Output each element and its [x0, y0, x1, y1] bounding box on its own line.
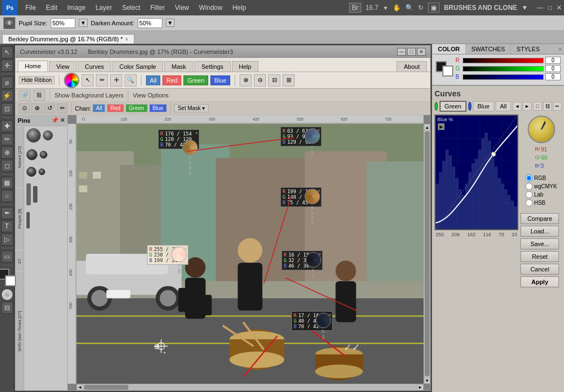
curve-tool-1[interactable]: □ — [533, 102, 542, 111]
crop-tool-button[interactable]: ⊡ — [1, 103, 13, 115]
curve-tool-3[interactable]: ✏ — [553, 102, 562, 111]
cm-tab-mask[interactable]: Mask — [164, 61, 193, 72]
reset-button[interactable]: Reset — [520, 251, 559, 262]
channel-red-button[interactable]: Red — [162, 75, 181, 85]
minimize-button[interactable]: — — [537, 4, 544, 12]
darken-amount-input[interactable] — [138, 18, 162, 28]
scroll-left-arrow[interactable]: ◄ — [77, 384, 83, 390]
document-tab[interactable]: Berkley Drummers.jpg @ 16.7% (RGB/8) * × — [2, 34, 134, 43]
link-sm-button[interactable]: ⊕ — [31, 104, 42, 113]
menu-view[interactable]: View — [170, 3, 193, 13]
magnify-tool-ribbon[interactable]: 🔍 — [124, 74, 137, 86]
selection-tool-button[interactable]: ↖ — [1, 46, 13, 58]
pen-tool-button[interactable]: ✒ — [1, 207, 13, 219]
pencil-tool-ribbon[interactable]: ✏ — [96, 74, 108, 86]
b-slider-track[interactable] — [463, 74, 544, 80]
brush-stroke-2[interactable] — [33, 186, 37, 203]
chan-all-sm-button[interactable]: All — [93, 104, 105, 112]
cm-tab-settings[interactable]: Settings — [194, 61, 231, 72]
pupil-size-input[interactable] — [51, 18, 75, 28]
quick-mask-button[interactable]: ○ — [1, 288, 13, 301]
cm-minimize-button[interactable]: — — [397, 48, 406, 56]
chan-green-sm-button[interactable]: Green — [126, 104, 148, 112]
r-slider-track[interactable] — [463, 58, 544, 63]
lasso-tool-button[interactable]: ⌀ — [1, 77, 13, 89]
link-icon[interactable]: 🔗 — [19, 90, 31, 101]
path-select-button[interactable]: ▷ — [1, 233, 13, 246]
pins-pushpin-icon[interactable]: 📌 — [51, 117, 59, 124]
healing-brush-button[interactable]: ✚ — [1, 120, 13, 132]
color-tab-color[interactable]: COLOR — [432, 44, 466, 54]
save-button[interactable]: Save... — [520, 238, 559, 249]
curve-nav-prev[interactable]: ◄ — [513, 102, 522, 111]
menu-file[interactable]: File — [21, 3, 40, 13]
cm-maximize-button[interactable]: □ — [407, 48, 416, 56]
scroll-thumb-h[interactable] — [84, 385, 128, 390]
cm-tab-view[interactable]: View — [49, 61, 77, 72]
menu-help[interactable]: Help — [228, 3, 251, 13]
chan-red-sm-button[interactable]: Red — [107, 104, 123, 112]
clone-stamp-button[interactable]: ⊕ — [1, 146, 13, 159]
rotate-icon[interactable]: ↻ — [418, 4, 424, 12]
cm-tab-home[interactable]: Home — [18, 61, 48, 72]
cm-tab-curves[interactable]: Curves — [78, 61, 111, 72]
brush-tool-button[interactable]: ✏ — [1, 133, 13, 145]
chain-icon[interactable]: ⛓ — [33, 90, 45, 101]
zoom-fit-button[interactable]: ⊟ — [268, 74, 280, 86]
brush-5[interactable] — [26, 167, 36, 177]
brush-stroke-3[interactable] — [26, 212, 30, 228]
cm-tab-about[interactable]: About — [397, 61, 427, 72]
zoom-in-button[interactable]: ⊕ — [240, 74, 252, 86]
darken-amount-dropdown[interactable]: ▼ — [166, 19, 175, 27]
dodge-tool-button[interactable]: ○ — [1, 190, 13, 202]
close-button[interactable]: ✕ — [556, 4, 562, 12]
scroll-up-arrow[interactable]: ▲ — [424, 124, 430, 130]
g-value-input[interactable] — [545, 65, 561, 72]
eraser-tool-button[interactable]: ◻ — [1, 160, 13, 172]
brush-3[interactable] — [26, 149, 37, 160]
channel-all-button[interactable]: All — [146, 75, 160, 85]
hide-ribbon-button[interactable]: Hide Ribbon — [19, 76, 55, 84]
scroll-down-arrow[interactable]: ▼ — [424, 377, 430, 384]
pins-close-icon[interactable]: ✕ — [60, 117, 65, 124]
menu-image[interactable]: Image — [63, 3, 90, 13]
wgcmyk-mode-radio[interactable] — [525, 183, 533, 190]
brush-stroke-1[interactable] — [26, 183, 31, 205]
zoom-actual-button[interactable]: ⊞ — [283, 74, 295, 86]
hsb-mode-radio[interactable] — [525, 199, 533, 206]
curve-tool-2[interactable]: ⛓ — [543, 102, 552, 111]
arrow-tool-ribbon[interactable]: ↖ — [82, 74, 94, 86]
move-tool-button[interactable]: ✛ — [1, 59, 13, 72]
menu-edit[interactable]: Edit — [41, 3, 62, 13]
chain-sm-button[interactable]: ↺ — [44, 104, 55, 113]
menu-window[interactable]: Window — [194, 3, 227, 13]
bridge-button[interactable]: Br — [349, 3, 361, 13]
gradient-tool-button[interactable]: ▦ — [1, 177, 13, 189]
workspace-dropdown-icon[interactable]: ▼ — [522, 4, 528, 12]
brush-sm-button[interactable]: ✏ — [57, 104, 68, 113]
apply-button[interactable]: Apply — [520, 276, 559, 287]
brush-4[interactable] — [40, 151, 47, 159]
vertical-scrollbar[interactable]: ▲ ▼ — [424, 124, 430, 384]
zoom-out-button[interactable]: ⊖ — [254, 74, 266, 86]
b-value-input[interactable] — [545, 73, 561, 80]
shape-tool-button[interactable]: ▭ — [1, 251, 13, 263]
maximize-button[interactable]: □ — [548, 4, 552, 12]
set-mask-button[interactable]: Set Mask ▾ — [174, 104, 209, 112]
screen-mode-icon[interactable]: ▣ — [428, 3, 440, 13]
cancel-button[interactable]: Cancel — [520, 264, 559, 275]
compare-button[interactable]: Compare — [520, 213, 559, 224]
move-tool-ribbon[interactable]: ✛ — [110, 74, 122, 86]
menu-layer[interactable]: Layer — [91, 3, 116, 13]
ci1-close[interactable]: ✕ — [195, 130, 198, 135]
scroll-right-arrow[interactable]: ► — [417, 384, 424, 390]
lab-mode-radio[interactable] — [525, 191, 533, 198]
g-slider-track[interactable] — [463, 66, 544, 72]
all-channel-button[interactable]: All — [496, 101, 511, 111]
scroll-thumb-v[interactable] — [425, 132, 430, 376]
menu-select[interactable]: Select — [117, 3, 144, 13]
channel-blue-button[interactable]: Blue — [210, 75, 230, 85]
brush-1[interactable] — [26, 128, 41, 143]
load-button[interactable]: Load... — [520, 226, 559, 237]
doc-close-button[interactable]: × — [125, 36, 128, 42]
